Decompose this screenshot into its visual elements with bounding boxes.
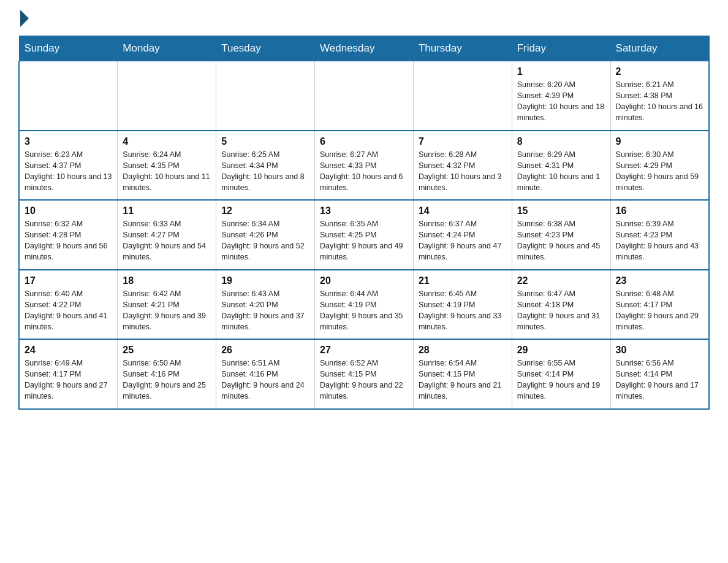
day-number: 9 xyxy=(616,136,703,147)
day-of-week-header: Monday xyxy=(118,36,216,61)
day-info: Sunrise: 6:30 AM Sunset: 4:29 PM Dayligh… xyxy=(616,149,703,194)
day-info: Sunrise: 6:29 AM Sunset: 4:31 PM Dayligh… xyxy=(517,149,605,194)
day-number: 19 xyxy=(221,275,309,286)
calendar-cell: 19Sunrise: 6:43 AM Sunset: 4:20 PM Dayli… xyxy=(216,270,315,340)
calendar-cell: 8Sunrise: 6:29 AM Sunset: 4:31 PM Daylig… xyxy=(512,131,610,201)
day-number: 23 xyxy=(616,275,703,286)
day-info: Sunrise: 6:39 AM Sunset: 4:23 PM Dayligh… xyxy=(616,218,703,263)
calendar-cell: 17Sunrise: 6:40 AM Sunset: 4:22 PM Dayli… xyxy=(19,270,118,340)
day-number: 4 xyxy=(123,136,211,147)
day-number: 11 xyxy=(123,205,211,216)
day-number: 22 xyxy=(517,275,605,286)
calendar-cell: 15Sunrise: 6:38 AM Sunset: 4:23 PM Dayli… xyxy=(512,200,610,270)
calendar-week-row: 24Sunrise: 6:49 AM Sunset: 4:17 PM Dayli… xyxy=(19,339,709,409)
calendar-cell: 26Sunrise: 6:51 AM Sunset: 4:16 PM Dayli… xyxy=(216,339,315,409)
calendar-cell: 22Sunrise: 6:47 AM Sunset: 4:18 PM Dayli… xyxy=(512,270,610,340)
calendar-cell: 6Sunrise: 6:27 AM Sunset: 4:33 PM Daylig… xyxy=(315,131,414,201)
day-of-week-header: Wednesday xyxy=(315,36,414,61)
day-number: 29 xyxy=(517,345,605,356)
day-info: Sunrise: 6:54 AM Sunset: 4:15 PM Dayligh… xyxy=(419,358,507,402)
day-number: 8 xyxy=(517,136,605,147)
calendar-cell: 25Sunrise: 6:50 AM Sunset: 4:16 PM Dayli… xyxy=(118,339,216,409)
calendar-cell: 18Sunrise: 6:42 AM Sunset: 4:21 PM Dayli… xyxy=(118,270,216,340)
calendar-cell xyxy=(315,61,414,131)
calendar-cell: 28Sunrise: 6:54 AM Sunset: 4:15 PM Dayli… xyxy=(413,339,512,409)
day-number: 12 xyxy=(221,205,309,216)
calendar-cell: 11Sunrise: 6:33 AM Sunset: 4:27 PM Dayli… xyxy=(118,200,216,270)
day-of-week-header: Sunday xyxy=(19,36,118,61)
calendar-table: SundayMondayTuesdayWednesdayThursdayFrid… xyxy=(18,36,710,410)
day-of-week-header: Thursday xyxy=(413,36,512,61)
day-info: Sunrise: 6:52 AM Sunset: 4:15 PM Dayligh… xyxy=(320,358,408,402)
day-info: Sunrise: 6:32 AM Sunset: 4:28 PM Dayligh… xyxy=(25,218,112,263)
calendar-cell xyxy=(413,61,512,131)
day-number: 24 xyxy=(25,345,112,356)
day-info: Sunrise: 6:42 AM Sunset: 4:21 PM Dayligh… xyxy=(123,288,211,333)
calendar-cell: 4Sunrise: 6:24 AM Sunset: 4:35 PM Daylig… xyxy=(118,131,216,201)
day-of-week-header: Tuesday xyxy=(216,36,315,61)
logo-arrow-icon xyxy=(20,10,29,27)
calendar-cell: 9Sunrise: 6:30 AM Sunset: 4:29 PM Daylig… xyxy=(610,131,709,201)
calendar-cell: 5Sunrise: 6:25 AM Sunset: 4:34 PM Daylig… xyxy=(216,131,315,201)
day-number: 6 xyxy=(320,136,408,147)
calendar-cell: 20Sunrise: 6:44 AM Sunset: 4:19 PM Dayli… xyxy=(315,270,414,340)
calendar-cell: 7Sunrise: 6:28 AM Sunset: 4:32 PM Daylig… xyxy=(413,131,512,201)
day-number: 15 xyxy=(517,205,605,216)
day-number: 10 xyxy=(25,205,112,216)
day-info: Sunrise: 6:35 AM Sunset: 4:25 PM Dayligh… xyxy=(320,218,408,263)
calendar-cell xyxy=(118,61,216,131)
day-info: Sunrise: 6:23 AM Sunset: 4:37 PM Dayligh… xyxy=(25,149,112,194)
day-number: 17 xyxy=(25,275,112,286)
calendar-cell: 29Sunrise: 6:55 AM Sunset: 4:14 PM Dayli… xyxy=(512,339,610,409)
calendar-cell: 30Sunrise: 6:56 AM Sunset: 4:14 PM Dayli… xyxy=(610,339,709,409)
day-number: 14 xyxy=(419,205,507,216)
day-info: Sunrise: 6:56 AM Sunset: 4:14 PM Dayligh… xyxy=(616,358,703,402)
logo xyxy=(18,12,29,23)
day-number: 27 xyxy=(320,345,408,356)
calendar-cell: 2Sunrise: 6:21 AM Sunset: 4:38 PM Daylig… xyxy=(610,61,709,131)
calendar-week-row: 1Sunrise: 6:20 AM Sunset: 4:39 PM Daylig… xyxy=(19,61,709,131)
calendar-week-row: 3Sunrise: 6:23 AM Sunset: 4:37 PM Daylig… xyxy=(19,131,709,201)
day-info: Sunrise: 6:27 AM Sunset: 4:33 PM Dayligh… xyxy=(320,149,408,194)
day-number: 7 xyxy=(419,136,507,147)
calendar-cell: 14Sunrise: 6:37 AM Sunset: 4:24 PM Dayli… xyxy=(413,200,512,270)
day-info: Sunrise: 6:47 AM Sunset: 4:18 PM Dayligh… xyxy=(517,288,605,333)
day-info: Sunrise: 6:38 AM Sunset: 4:23 PM Dayligh… xyxy=(517,218,605,263)
calendar-cell xyxy=(216,61,315,131)
calendar-header-row: SundayMondayTuesdayWednesdayThursdayFrid… xyxy=(19,36,709,61)
day-number: 13 xyxy=(320,205,408,216)
day-info: Sunrise: 6:33 AM Sunset: 4:27 PM Dayligh… xyxy=(123,218,211,263)
day-info: Sunrise: 6:40 AM Sunset: 4:22 PM Dayligh… xyxy=(25,288,112,333)
day-info: Sunrise: 6:25 AM Sunset: 4:34 PM Dayligh… xyxy=(221,149,309,194)
day-of-week-header: Saturday xyxy=(610,36,709,61)
day-number: 28 xyxy=(419,345,507,356)
day-number: 30 xyxy=(616,345,703,356)
day-number: 21 xyxy=(419,275,507,286)
day-number: 20 xyxy=(320,275,408,286)
page-header xyxy=(18,12,710,23)
calendar-cell: 23Sunrise: 6:48 AM Sunset: 4:17 PM Dayli… xyxy=(610,270,709,340)
day-info: Sunrise: 6:34 AM Sunset: 4:26 PM Dayligh… xyxy=(221,218,309,263)
calendar-cell: 16Sunrise: 6:39 AM Sunset: 4:23 PM Dayli… xyxy=(610,200,709,270)
calendar-cell: 24Sunrise: 6:49 AM Sunset: 4:17 PM Dayli… xyxy=(19,339,118,409)
calendar-cell xyxy=(19,61,118,131)
day-info: Sunrise: 6:55 AM Sunset: 4:14 PM Dayligh… xyxy=(517,358,605,402)
day-info: Sunrise: 6:20 AM Sunset: 4:39 PM Dayligh… xyxy=(517,79,605,124)
day-info: Sunrise: 6:45 AM Sunset: 4:19 PM Dayligh… xyxy=(419,288,507,333)
day-number: 5 xyxy=(221,136,309,147)
calendar-cell: 3Sunrise: 6:23 AM Sunset: 4:37 PM Daylig… xyxy=(19,131,118,201)
calendar-cell: 1Sunrise: 6:20 AM Sunset: 4:39 PM Daylig… xyxy=(512,61,610,131)
day-number: 16 xyxy=(616,205,703,216)
day-info: Sunrise: 6:49 AM Sunset: 4:17 PM Dayligh… xyxy=(25,358,112,402)
day-of-week-header: Friday xyxy=(512,36,610,61)
day-info: Sunrise: 6:44 AM Sunset: 4:19 PM Dayligh… xyxy=(320,288,408,333)
day-info: Sunrise: 6:21 AM Sunset: 4:38 PM Dayligh… xyxy=(616,79,703,124)
calendar-cell: 12Sunrise: 6:34 AM Sunset: 4:26 PM Dayli… xyxy=(216,200,315,270)
day-number: 18 xyxy=(123,275,211,286)
calendar-week-row: 10Sunrise: 6:32 AM Sunset: 4:28 PM Dayli… xyxy=(19,200,709,270)
calendar-cell: 10Sunrise: 6:32 AM Sunset: 4:28 PM Dayli… xyxy=(19,200,118,270)
day-info: Sunrise: 6:50 AM Sunset: 4:16 PM Dayligh… xyxy=(123,358,211,402)
day-info: Sunrise: 6:43 AM Sunset: 4:20 PM Dayligh… xyxy=(221,288,309,333)
day-number: 3 xyxy=(25,136,112,147)
day-info: Sunrise: 6:24 AM Sunset: 4:35 PM Dayligh… xyxy=(123,149,211,194)
